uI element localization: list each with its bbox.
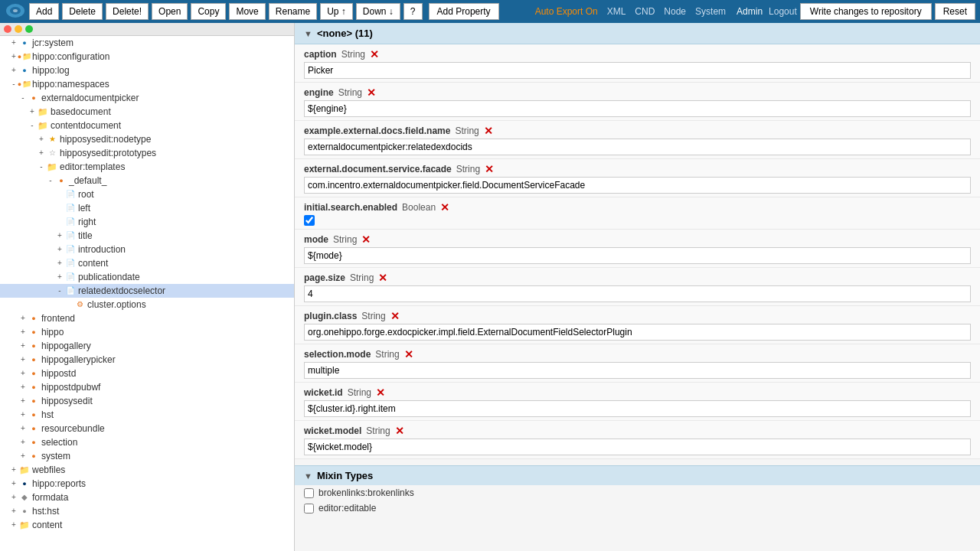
tree-toggle[interactable]: + xyxy=(18,367,28,380)
tree-item-hippogallerypicker[interactable]: + ● hippogallerypicker xyxy=(0,353,294,367)
property-input-wicket_id[interactable] xyxy=(304,400,971,417)
tree-toggle[interactable]: + xyxy=(9,505,18,517)
add-property-button[interactable]: Add Property xyxy=(429,3,499,20)
tree-item-resourcebundle[interactable]: + ● resourcebundle xyxy=(0,422,294,435)
tree-toggle[interactable]: + xyxy=(37,133,46,145)
tree-toggle[interactable]: + xyxy=(9,519,18,531)
tree-toggle[interactable]: + xyxy=(18,409,28,421)
delete-button[interactable]: Delete xyxy=(62,3,103,20)
tree-item-hipposysedit-prototypes[interactable]: + ☆ hipposysedit:prototypes xyxy=(0,146,294,160)
tree-toggle[interactable]: + xyxy=(18,312,28,324)
mixin-collapse-arrow[interactable]: ▼ xyxy=(304,471,312,481)
system-link[interactable]: System xyxy=(695,6,726,17)
tree-item-introduction[interactable]: + 📄 introduction xyxy=(0,243,294,256)
tree-toggle[interactable]: + xyxy=(9,64,18,77)
auto-export-link[interactable]: Auto Export On xyxy=(535,6,598,17)
tree-item-hippo-reports[interactable]: + ● hippo:reports xyxy=(0,477,294,491)
tree-item-webfiles[interactable]: + 📁 webfiles xyxy=(0,463,294,477)
add-button[interactable]: Add xyxy=(29,3,59,20)
tree-item-selection[interactable]: + ● selection xyxy=(0,435,294,449)
property-input-engine[interactable] xyxy=(304,100,971,117)
logout-link[interactable]: Logout xyxy=(769,6,797,17)
win-min-btn[interactable] xyxy=(15,25,22,33)
property-input-example_external_docs_field_name[interactable] xyxy=(304,139,971,155)
tree-item-hst-hst[interactable]: + ● hst:hst xyxy=(0,504,294,518)
tree-item-frontend[interactable]: + ● frontend xyxy=(0,311,294,325)
tree-item-_default_[interactable]: - ● _default_ xyxy=(0,174,294,187)
property-delete-engine[interactable]: ✕ xyxy=(367,87,376,98)
down-button[interactable]: Down ↓ xyxy=(356,3,400,20)
property-delete-wicket_model[interactable]: ✕ xyxy=(395,425,404,436)
tree-item-hipposysedit-nodetype[interactable]: + ★ hipposysedit:nodetype xyxy=(0,132,294,146)
tree-toggle[interactable]: + xyxy=(28,106,37,118)
tree-toggle[interactable]: + xyxy=(18,436,28,448)
mixin-checkbox-editor_editable[interactable] xyxy=(304,504,314,514)
collapse-arrow[interactable]: ▼ xyxy=(304,29,312,38)
rename-button[interactable]: Rename xyxy=(269,3,317,20)
tree-item-contentdocument[interactable]: - 📁 contentdocument xyxy=(0,119,294,132)
tree-toggle[interactable]: - xyxy=(37,161,46,173)
xml-link[interactable]: XML xyxy=(607,6,626,17)
property-delete-plugin_class[interactable]: ✕ xyxy=(390,311,400,321)
tree-item-content[interactable]: + 📄 content xyxy=(0,256,294,270)
property-input-wicket_model[interactable] xyxy=(304,439,971,455)
property-input-page_size[interactable] xyxy=(304,285,971,302)
up-button[interactable]: Up ↑ xyxy=(320,3,353,20)
copy-button[interactable]: Copy xyxy=(191,3,226,20)
tree-toggle[interactable]: + xyxy=(18,340,28,352)
tree-toggle[interactable]: - xyxy=(55,285,64,297)
node-link[interactable]: Node xyxy=(664,6,686,17)
tree-item-hippostd[interactable]: + ● hippostd xyxy=(0,367,294,380)
tree-item-hippo[interactable]: + ● hippo xyxy=(0,325,294,339)
tree-toggle[interactable]: + xyxy=(18,395,28,407)
tree-toggle[interactable]: + xyxy=(55,243,64,256)
tree-item-left[interactable]: 📄 left xyxy=(0,201,294,215)
tree-item-editor-templates[interactable]: - 📁 editor:templates xyxy=(0,160,294,174)
tree-item-jcr-system[interactable]: + ● jcr:system xyxy=(0,36,294,50)
property-input-mode[interactable] xyxy=(304,247,971,264)
tree-item-hipposysedit[interactable]: + ● hipposysedit xyxy=(0,394,294,408)
property-checkbox-initial_search_enabled[interactable] xyxy=(304,215,315,226)
tree-item-title[interactable]: + 📄 title xyxy=(0,229,294,243)
tree-toggle[interactable]: + xyxy=(18,381,28,393)
mixin-checkbox-brokenlinks[interactable] xyxy=(304,488,314,498)
tree-toggle[interactable]: + xyxy=(9,478,18,490)
tree-toggle[interactable]: - xyxy=(28,119,37,132)
property-input-plugin_class[interactable] xyxy=(304,324,971,341)
help-button[interactable]: ? xyxy=(403,3,423,20)
tree-item-hippo-log[interactable]: + ● hippo:log xyxy=(0,64,294,77)
tree-toggle[interactable]: - xyxy=(18,92,28,104)
tree-toggle[interactable]: + xyxy=(55,230,64,242)
tree-item-root[interactable]: 📄 root xyxy=(0,187,294,201)
tree-toggle[interactable]: + xyxy=(9,491,18,504)
property-delete-example_external_docs_field_name[interactable]: ✕ xyxy=(484,126,493,136)
tree-item-hippogallery[interactable]: + ● hippogallery xyxy=(0,339,294,353)
property-delete-caption[interactable]: ✕ xyxy=(370,49,379,60)
tree-item-externaldocumentpicker[interactable]: - ● externaldocumentpicker xyxy=(0,91,294,105)
tree-item-basedocument[interactable]: + 📁 basedocument xyxy=(0,105,294,119)
reset-button[interactable]: Reset xyxy=(935,3,975,20)
tree-item-content-root[interactable]: + 📁 content xyxy=(0,518,294,532)
tree-toggle[interactable]: + xyxy=(37,147,46,159)
win-max-btn[interactable] xyxy=(25,25,33,33)
tree-item-right[interactable]: 📄 right xyxy=(0,215,294,229)
tree-item-hippo-config[interactable]: + ●📁 hippo:configuration xyxy=(0,50,294,64)
tree-toggle[interactable]: + xyxy=(9,37,18,49)
tree-toggle[interactable]: + xyxy=(18,450,28,462)
tree-toggle[interactable]: + xyxy=(18,422,28,435)
tree-toggle[interactable]: + xyxy=(55,271,64,283)
tree-toggle[interactable]: + xyxy=(18,354,28,366)
tree-toggle[interactable]: + xyxy=(55,257,64,269)
win-close-btn[interactable] xyxy=(4,25,11,33)
property-input-caption[interactable] xyxy=(304,62,971,79)
tree-item-cluster-options[interactable]: ⚙ cluster.options xyxy=(0,298,294,311)
tree-item-system[interactable]: + ● system xyxy=(0,449,294,463)
property-delete-mode[interactable]: ✕ xyxy=(361,234,371,245)
tree-toggle[interactable]: + xyxy=(18,326,28,338)
property-delete-wicket_id[interactable]: ✕ xyxy=(376,387,385,398)
tree-item-hst[interactable]: + ● hst xyxy=(0,408,294,422)
move-button[interactable]: Move xyxy=(229,3,265,20)
property-delete-selection_mode[interactable]: ✕ xyxy=(404,349,413,360)
property-delete-initial_search_enabled[interactable]: ✕ xyxy=(440,202,449,213)
tree-toggle[interactable]: - xyxy=(46,174,55,187)
